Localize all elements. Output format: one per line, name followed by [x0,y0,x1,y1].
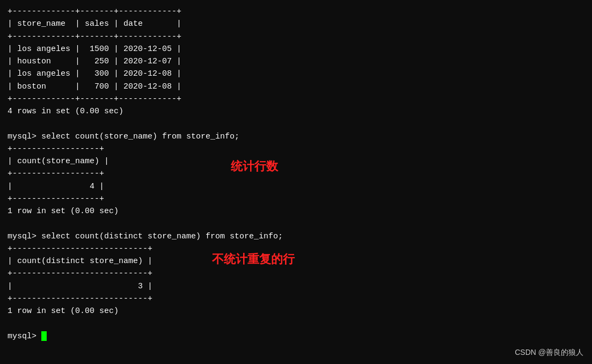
count-separator-2: +------------------+ [8,168,584,180]
terminal-cursor [41,331,47,341]
command-2: mysql> select count(distinct store_name)… [8,230,584,243]
command-1: mysql> select count(store_name) from sto… [8,130,584,143]
table-separator-2: +-------------+-------+------------+ [8,31,584,43]
rows-in-set-1: 4 rows in set (0.00 sec) [8,105,584,118]
count-header-1: | count(store_name) | [8,155,584,168]
table-separator-3: +-------------+-------+------------+ [8,93,584,105]
rows-in-set-2: 1 row in set (0.00 sec) [8,205,584,217]
annotation-distinct-rows: 不统计重复的行 [212,251,295,267]
table-row-houston: | houston | 250 | 2020-12-07 | [8,55,584,68]
table-header: | store_name | sales | date | [8,18,584,30]
table-row-boston: | boston | 700 | 2020-12-08 | [8,81,584,93]
count-value-1: | 4 | [8,180,584,193]
count-separator-3: +------------------+ [8,193,584,205]
blank-2 [8,217,584,230]
distinct-value: | 3 | [8,280,584,293]
table-row-los-angeles-2: | los angeles | 300 | 2020-12-08 | [8,68,584,80]
blank-1 [8,118,584,130]
terminal-output: +-------------+-------+------------+ | s… [8,5,584,343]
watermark: CSDN @善良的狼人 [515,348,583,358]
count-separator-1: +------------------+ [8,143,584,155]
distinct-header: | count(distinct store_name) | [8,255,584,267]
table-row-los-angeles-1: | los angeles | 1500 | 2020-12-05 | [8,43,584,55]
table-separator-1: +-------------+-------+------------+ [8,5,584,18]
terminal: +-------------+-------+------------+ | s… [0,0,592,364]
distinct-separator-1: +----------------------------+ [8,243,584,255]
distinct-separator-3: +----------------------------+ [8,293,584,305]
distinct-separator-2: +----------------------------+ [8,267,584,280]
blank-3 [8,317,584,330]
final-prompt: mysql> [8,330,584,343]
rows-in-set-3: 1 row in set (0.00 sec) [8,305,584,317]
annotation-count-rows: 统计行数 [231,158,278,174]
